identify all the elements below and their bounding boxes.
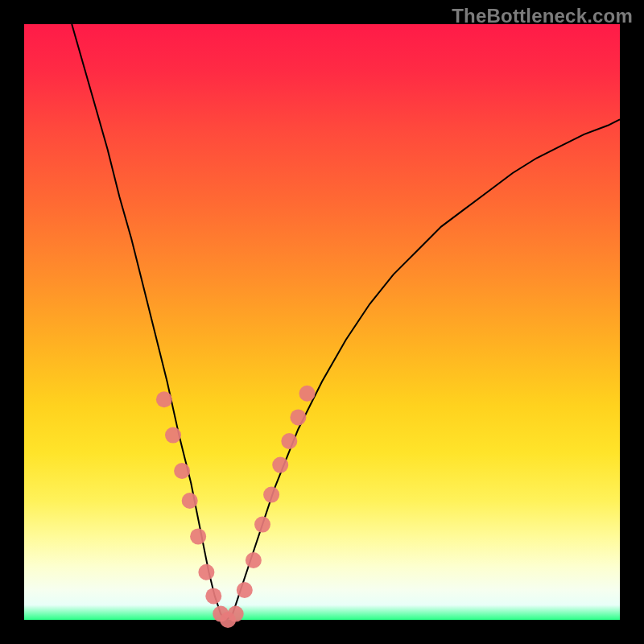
highlighted-points-group	[156, 386, 316, 628]
curve-marker	[254, 517, 270, 533]
curve-marker	[228, 606, 244, 622]
curve-marker	[205, 588, 221, 604]
curve-marker	[174, 463, 190, 479]
curve-marker	[246, 552, 262, 568]
frame: TheBottleneck.com	[0, 0, 644, 644]
curve-marker	[237, 582, 253, 598]
curve-marker	[272, 457, 288, 473]
curve-marker	[198, 564, 214, 580]
curve-marker	[281, 433, 297, 449]
curve-marker	[165, 427, 181, 444]
curve-marker	[263, 487, 279, 503]
curve-svg	[24, 24, 620, 620]
curve-marker	[190, 528, 206, 544]
bottleneck-curve-line	[72, 24, 620, 620]
curve-marker	[156, 391, 172, 407]
curve-marker	[182, 493, 198, 509]
plot-area	[24, 24, 620, 620]
curve-marker	[290, 409, 306, 425]
curve-marker	[299, 386, 316, 402]
